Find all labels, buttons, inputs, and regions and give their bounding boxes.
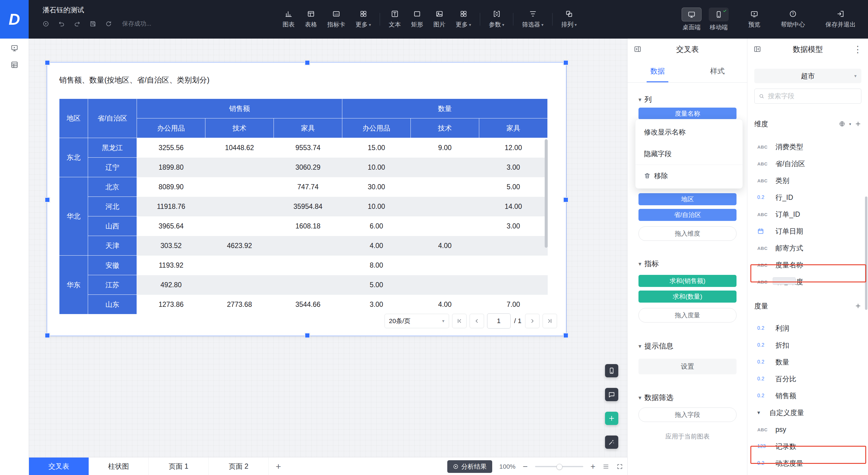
add-dimension-icon[interactable] [855, 121, 861, 127]
fullscreen-icon[interactable] [617, 463, 623, 470]
params-button[interactable]: 参数▾ [484, 10, 509, 29]
undo-icon[interactable] [58, 21, 65, 27]
crosstab-widget[interactable]: 销售额、数量(按地区、省/自治区、类别划分) 地区 省/自治区 销售额 数量 办… [47, 62, 566, 336]
drop-measure-zone[interactable]: 拖入度量 [639, 308, 737, 323]
field-item[interactable]: 123 记录数 [754, 438, 861, 455]
comment-button[interactable] [605, 388, 618, 401]
field-item[interactable]: 0.2 数量 [754, 353, 861, 370]
menu-item-hide[interactable]: 隐藏字段 [636, 143, 743, 165]
field-pill-region[interactable]: 地区 [639, 193, 737, 205]
section-columns[interactable]: ▾ 列 [639, 95, 737, 104]
save-exit-button[interactable]: 保存并退出 [820, 10, 861, 29]
field-item[interactable]: ABC psy [754, 421, 861, 438]
drop-dimension-zone[interactable]: 拖入维度 [639, 226, 737, 241]
save-icon[interactable] [90, 21, 96, 27]
field-item[interactable]: 0.2 行_ID [754, 189, 861, 206]
field-item[interactable]: ABC 邮寄方式 [754, 240, 861, 257]
tab-data[interactable]: 数据 [628, 60, 688, 82]
field-item[interactable]: ABC 类别 [754, 172, 861, 189]
components-rail-icon[interactable] [10, 61, 19, 69]
insert-indicator-button[interactable]: 指标卡 [322, 10, 350, 29]
field-item-dynamic-measure[interactable]: 0.2 动态度量 [754, 455, 861, 472]
menu-item-remove[interactable]: 移除 [636, 165, 743, 186]
run-icon[interactable] [42, 21, 49, 27]
preview-button[interactable]: 预览 [743, 10, 766, 29]
field-item[interactable]: ABC 省/自治区 [754, 155, 861, 172]
insert-rectangle-button[interactable]: 矩形 [406, 10, 428, 29]
zoom-in-button[interactable]: + [591, 462, 595, 471]
zoom-out-button[interactable]: − [523, 462, 527, 471]
desktop-mode-button[interactable] [682, 7, 702, 22]
table-scrollbar[interactable] [545, 139, 548, 248]
field-item[interactable]: 0.2 利润 [754, 320, 861, 337]
resize-handle[interactable] [44, 60, 50, 65]
field-item[interactable]: 0.2 折扣 [754, 337, 861, 353]
add-measure-icon[interactable] [855, 303, 861, 309]
resize-handle[interactable] [305, 60, 310, 65]
field-pill-measure-name[interactable]: 度量名称 [639, 108, 737, 120]
next-page-button[interactable] [525, 314, 539, 328]
dataset-select[interactable]: 超市 ▾ [754, 69, 861, 83]
resize-handle[interactable] [305, 333, 310, 338]
insert-more-charts-button[interactable]: 更多▾ [350, 10, 376, 29]
drop-filter-field-zone[interactable]: 拖入字段 [639, 407, 737, 422]
chevron-down-icon[interactable]: ▾ [849, 122, 851, 126]
last-page-button[interactable] [542, 314, 557, 328]
resize-handle[interactable] [44, 333, 50, 338]
field-pill-province[interactable]: 省/自治区 [639, 209, 737, 221]
panel-scrollbar[interactable] [865, 197, 867, 310]
resize-handle[interactable] [563, 333, 568, 338]
tooltip-settings-button[interactable]: 设置 [639, 359, 737, 374]
insert-table-button[interactable]: 表格 [300, 10, 322, 29]
redo-icon[interactable] [74, 21, 81, 27]
ai-assistant-button[interactable] [605, 436, 618, 449]
mobile-preview-button[interactable] [605, 364, 618, 377]
section-tooltip[interactable]: ▾ 提示信息 [639, 341, 737, 350]
layer-list-icon[interactable] [602, 463, 609, 470]
first-page-button[interactable] [452, 314, 467, 328]
page-tab-page2[interactable]: 页面 2 [209, 457, 269, 475]
metric-pill-sales[interactable]: 求和(销售额) [639, 275, 737, 287]
insert-text-button[interactable]: 文本 [384, 10, 406, 29]
page-tab-page1[interactable]: 页面 1 [149, 457, 209, 475]
field-item[interactable]: 0.2 销售额 [754, 387, 861, 404]
resize-handle[interactable] [563, 197, 568, 203]
field-item-dynamic-dimension[interactable]: ABC 动态维度 [754, 273, 861, 290]
globe-icon[interactable] [839, 121, 845, 127]
filter-button[interactable]: 筛选器▾ [517, 10, 549, 29]
page-size-select[interactable]: 20条/页▾ [384, 314, 449, 328]
help-center-button[interactable]: 帮助中心 [776, 10, 810, 29]
insert-more-media-button[interactable]: 更多▾ [451, 10, 476, 29]
app-logo[interactable]: D [0, 0, 29, 39]
collapse-panel-icon[interactable] [634, 45, 642, 53]
section-data-filter[interactable]: ▾ 数据筛选 [639, 393, 737, 402]
field-item[interactable]: 0.2 百分比 [754, 370, 861, 387]
kebab-menu-icon[interactable]: ⋮ [853, 44, 862, 55]
zoom-slider[interactable] [535, 466, 583, 467]
resize-handle[interactable] [563, 60, 568, 65]
insert-image-button[interactable]: 图片 [428, 10, 451, 29]
refresh-icon[interactable] [105, 21, 112, 27]
add-page-button[interactable]: + [269, 457, 288, 475]
canvas[interactable]: 销售额、数量(按地区、省/自治区、类别划分) 地区 省/自治区 销售额 数量 办… [29, 39, 627, 457]
section-metrics[interactable]: ▾ 指标 [639, 259, 737, 268]
analysis-result-button[interactable]: 分析结果 [447, 460, 492, 473]
field-item[interactable]: 订单日期 [754, 223, 861, 240]
metric-pill-qty[interactable]: 求和(数量) [639, 291, 737, 303]
add-widget-button[interactable] [605, 412, 618, 425]
page-tab-crosstab[interactable]: 交叉表 [29, 457, 89, 475]
prev-page-button[interactable] [470, 314, 484, 328]
pages-rail-icon[interactable] [10, 44, 19, 52]
field-item[interactable]: ABC 度量名称 [754, 257, 861, 273]
custom-measures-group[interactable]: ▾ 自定义度量 [754, 404, 861, 421]
page-tab-barchart[interactable]: 柱状图 [89, 457, 149, 475]
page-input[interactable] [487, 313, 510, 329]
search-input[interactable] [767, 92, 857, 100]
resize-handle[interactable] [44, 197, 50, 203]
field-item[interactable]: ABC 订单_ID [754, 206, 861, 223]
tab-style[interactable]: 样式 [688, 60, 748, 82]
menu-item-rename[interactable]: 修改显示名称 [636, 121, 743, 143]
arrange-button[interactable]: 排列▾ [556, 10, 582, 29]
insert-chart-button[interactable]: 图表 [277, 10, 300, 29]
zoom-slider-knob[interactable] [556, 464, 562, 470]
